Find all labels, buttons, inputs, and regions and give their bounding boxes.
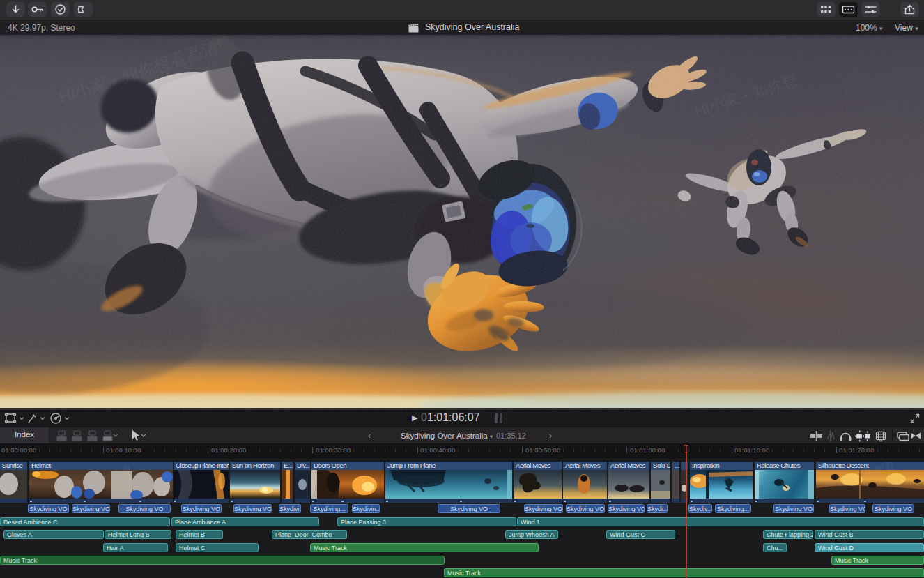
svg-text:01:01:00:00: 01:01:00:00 [630,446,665,454]
svg-text:01:00:40:00: 01:00:40:00 [420,446,455,454]
svg-text:01:00:20:00: 01:00:20:00 [211,446,246,454]
svg-text:01:00:00:00: 01:00:00:00 [1,446,36,454]
svg-text:01:01:20:00: 01:01:20:00 [839,446,874,454]
svg-text:01:01:10:00: 01:01:10:00 [734,446,769,454]
svg-text:01:00:30:00: 01:00:30:00 [316,446,351,454]
svg-text:01:00:50:00: 01:00:50:00 [525,446,560,454]
svg-text:01:00:10:00: 01:00:10:00 [106,446,141,454]
